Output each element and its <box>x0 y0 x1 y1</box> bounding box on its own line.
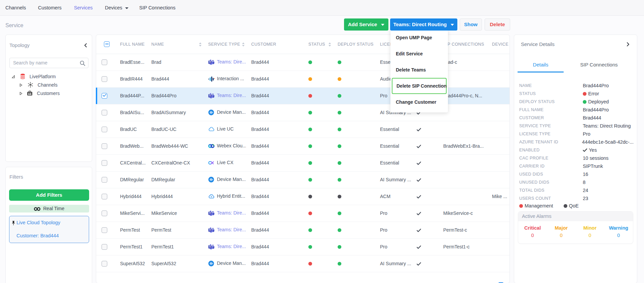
svg-text:T: T <box>209 94 211 97</box>
svg-text:T: T <box>209 245 211 248</box>
svg-text:T: T <box>209 228 211 232</box>
svg-text:T: T <box>209 211 211 215</box>
svg-text:T: T <box>209 60 211 64</box>
